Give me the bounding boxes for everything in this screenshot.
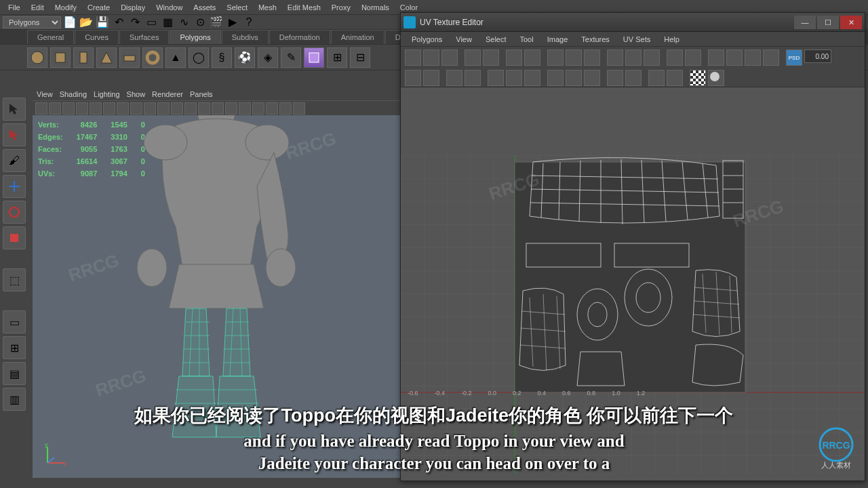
uv-menu-uvsets[interactable]: UV Sets [616,33,657,45]
uv-menu-select[interactable]: Select [479,33,513,45]
uv-flip-u-icon[interactable] [465,49,481,66]
uv-sew-icon[interactable] [465,70,481,86]
mode-selector[interactable]: Polygons [3,16,61,28]
vp-icon[interactable] [293,102,305,115]
sculpt-icon[interactable]: ✎ [281,47,301,68]
shelf-tab-animation[interactable]: Animation [331,30,384,44]
save-scene-icon[interactable]: 💾 [95,15,110,30]
uv-menu-view[interactable]: View [449,33,479,45]
menu-display[interactable]: Display [115,1,151,14]
vp-icon[interactable] [198,102,210,115]
vp-icon[interactable] [130,102,142,115]
vp-menu-lighting[interactable]: Lighting [94,90,120,98]
uv-shells[interactable] [513,155,757,399]
vp-menu-shading[interactable]: Shading [60,90,87,98]
close-button[interactable]: ✕ [840,16,862,29]
uv-titlebar[interactable]: UV Texture Editor — ☐ ✕ [401,13,865,32]
poly-platonic-icon[interactable]: ◈ [258,47,278,68]
uv-texture-editor-window[interactable]: UV Texture Editor — ☐ ✕ Polygons View Se… [400,12,865,481]
help-icon[interactable]: ? [241,15,256,30]
vp-menu-renderer[interactable]: Renderer [152,90,183,98]
menu-window[interactable]: Window [151,1,188,14]
menu-edit[interactable]: Edit [26,1,50,14]
uv-align-icon[interactable] [584,49,600,66]
menu-select[interactable]: Select [221,1,253,14]
menu-modify[interactable]: Modify [50,1,82,14]
poly-torus-icon[interactable] [142,47,163,68]
poly-plane-icon[interactable] [119,47,140,68]
viewport-canvas[interactable]: Verts:842615450 Edges:1746733100 Faces:9… [33,115,400,478]
persp-graph-icon[interactable]: ▥ [3,388,26,411]
select-tool-icon[interactable]: ▭ [144,15,159,30]
poly-cube-active-icon[interactable] [304,47,324,68]
vp-icon[interactable] [117,102,129,115]
uv-sphere-display-icon[interactable] [708,70,724,86]
extract-icon[interactable]: ⊟ [350,47,370,68]
character-mesh[interactable] [94,115,338,444]
ipr-icon[interactable]: ▶ [225,15,240,30]
move-tool[interactable] [3,175,26,198]
menu-mesh[interactable]: Mesh [253,1,282,14]
vp-icon[interactable] [103,102,115,115]
uv-snap-icon[interactable] [625,49,642,66]
uv-tool-icon[interactable] [566,70,582,86]
uv-tool-icon[interactable] [488,70,504,86]
uv-value-field[interactable]: 0.00 [804,49,831,63]
render-icon[interactable]: 🎬 [209,15,224,30]
uv-layout-icon[interactable] [667,49,683,66]
shelf-tab-deformation[interactable]: Deformation [269,30,330,44]
uv-tool-icon[interactable] [441,49,458,66]
uv-tool-icon[interactable] [423,70,439,86]
redo-icon[interactable]: ↷ [127,15,142,30]
poly-prism-icon[interactable]: ▲ [165,47,186,68]
vp-menu-show[interactable]: Show [127,90,146,98]
vp-icon[interactable] [76,102,88,115]
menu-color[interactable]: Color [395,1,423,14]
uv-tool-icon[interactable] [506,70,522,86]
vp-icon[interactable] [212,102,224,115]
maximize-button[interactable]: ☐ [817,16,839,29]
shelf-tab-polygons[interactable]: Polygons [170,30,220,44]
vp-icon[interactable] [90,102,102,115]
paint-select-tool[interactable]: 🖌 [3,149,26,172]
single-perspective-icon[interactable]: ▭ [3,310,26,333]
uv-tool-icon[interactable] [584,70,600,86]
snap-curve-icon[interactable]: ∿ [176,15,191,30]
minimize-button[interactable]: — [794,16,816,29]
viewport[interactable]: View Shading Lighting Show Renderer Pane… [33,88,400,478]
uv-psd-icon[interactable]: PSD [786,49,802,66]
vp-icon[interactable] [225,102,237,115]
poly-sphere-icon[interactable] [27,47,47,68]
snap-grid-icon[interactable]: ▦ [160,15,175,30]
poly-soccer-icon[interactable]: ⚽ [235,47,255,68]
poly-cylinder-icon[interactable] [73,47,94,68]
poly-cone-icon[interactable] [96,47,117,68]
vp-icon[interactable] [62,102,75,115]
undo-icon[interactable]: ↶ [111,15,126,30]
uv-tool-icon[interactable] [405,70,421,86]
uv-canvas[interactable]: -0.6-0.4-0.20.00.20.40.60.81.01.2 [401,87,865,481]
vp-icon[interactable] [49,102,61,115]
uv-menu-tool[interactable]: Tool [513,33,540,45]
uv-snap-icon[interactable] [644,49,660,66]
vp-icon[interactable] [239,102,251,115]
combine-icon[interactable]: ⊞ [327,47,347,68]
shelf-tab-surfaces[interactable]: Surfaces [119,30,169,44]
snap-point-icon[interactable]: ⊙ [193,15,208,30]
persp-outliner-icon[interactable]: ▤ [3,362,26,385]
four-view-icon[interactable]: ⊞ [3,336,26,359]
select-tool[interactable] [3,98,26,121]
uv-menu-help[interactable]: Help [657,33,686,45]
uv-shade-icon[interactable] [745,49,761,66]
vp-icon[interactable] [157,102,170,115]
vp-menu-view[interactable]: View [37,90,53,98]
menu-create[interactable]: Create [82,1,115,14]
uv-tool-icon[interactable] [405,49,421,66]
uv-tool-icon[interactable] [423,49,439,66]
lasso-tool[interactable] [3,123,26,146]
uv-menu-polygons[interactable]: Polygons [405,33,449,45]
uv-tool-icon[interactable] [667,70,683,86]
menu-assets[interactable]: Assets [188,1,221,14]
uv-menu-image[interactable]: Image [540,33,575,45]
open-scene-icon[interactable]: 📂 [79,15,94,30]
